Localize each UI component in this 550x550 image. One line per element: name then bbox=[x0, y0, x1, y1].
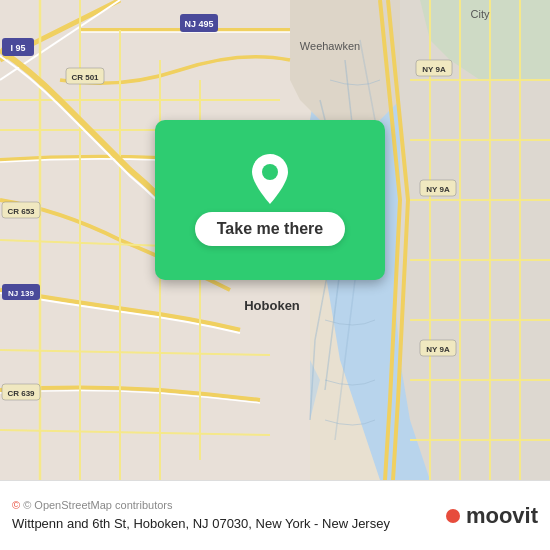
svg-text:Weehawken: Weehawken bbox=[300, 40, 360, 52]
info-bar: © © OpenStreetMap contributors Wittpenn … bbox=[0, 480, 550, 550]
osm-attribution: © © OpenStreetMap contributors bbox=[12, 498, 446, 513]
svg-text:CR 501: CR 501 bbox=[71, 73, 99, 82]
location-info: © © OpenStreetMap contributors Wittpenn … bbox=[12, 498, 446, 534]
svg-text:CR 653: CR 653 bbox=[7, 207, 35, 216]
location-card: Take me there bbox=[155, 120, 385, 280]
svg-text:NY 9A: NY 9A bbox=[422, 65, 446, 74]
svg-text:Hoboken: Hoboken bbox=[244, 298, 300, 313]
svg-text:CR 639: CR 639 bbox=[7, 389, 35, 398]
map-view: I 95 NJ 495 CR 501 CR 6 CR 653 NJ 139 CR… bbox=[0, 0, 550, 480]
location-address: Wittpenn and 6th St, Hoboken, NJ 07030, … bbox=[12, 515, 446, 533]
map-pin-icon bbox=[248, 154, 292, 204]
svg-text:I 95: I 95 bbox=[10, 43, 25, 53]
svg-text:NY 9A: NY 9A bbox=[426, 345, 450, 354]
moovit-brand-name: moovit bbox=[466, 503, 538, 529]
svg-text:NJ 495: NJ 495 bbox=[184, 19, 213, 29]
svg-text:City: City bbox=[471, 8, 490, 20]
osm-icon: © bbox=[12, 499, 20, 511]
moovit-logo: moovit bbox=[446, 503, 538, 529]
osm-label: © OpenStreetMap contributors bbox=[23, 499, 172, 511]
svg-point-50 bbox=[262, 164, 278, 180]
moovit-dot-icon bbox=[446, 509, 460, 523]
svg-text:NJ 139: NJ 139 bbox=[8, 289, 34, 298]
take-me-there-button[interactable]: Take me there bbox=[195, 212, 345, 246]
svg-text:NY 9A: NY 9A bbox=[426, 185, 450, 194]
